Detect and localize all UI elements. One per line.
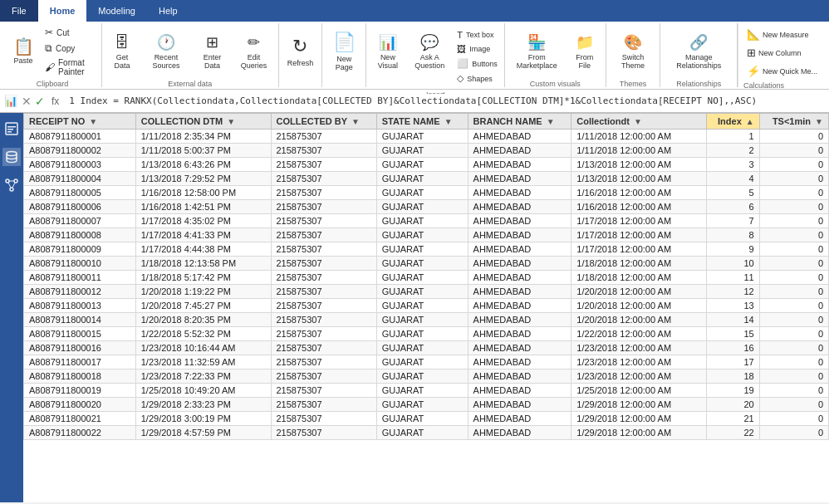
filter-collection-dtm[interactable]: ▼ [227,117,235,126]
tab-modeling[interactable]: Modeling [86,0,147,22]
enter-data-button[interactable]: ⊞ Enter Data [194,25,231,78]
table-cell: 13 [707,299,760,313]
table-cell: AHMEDABAD [468,144,571,158]
table-row: A80879118000101/18/2018 12:13:58 PM21587… [24,257,829,271]
table-cell: GUJARAT [376,341,468,355]
table-cell: GUJARAT [376,130,468,144]
table-cell: AHMEDABAD [468,257,571,271]
filter-branch-name[interactable]: ▼ [547,117,555,126]
table-cell: GUJARAT [376,327,468,341]
bar-chart-icon[interactable]: 📊 [3,94,18,109]
formula-input[interactable]: 1 Index = RANKX(Collectiondata,Collectio… [66,94,826,108]
table-cell: 215875307 [271,398,376,412]
copy-button[interactable]: ⧉ Copy [42,41,98,56]
new-column-button[interactable]: ⊞ New Column [743,45,821,61]
table-row: A80879118000161/23/2018 10:16:44 AM21587… [24,341,829,355]
filter-collectiondt[interactable]: ▼ [634,117,642,126]
table-cell: 1/17/2018 4:41:33 PM [135,228,271,242]
table-cell: GUJARAT [376,426,468,440]
table-cell: AHMEDABAD [468,172,571,186]
filter-state-name[interactable]: ▼ [444,117,453,126]
format-painter-button[interactable]: 🖌 Format Painter [42,56,98,78]
table-cell: 215875307 [271,299,376,313]
clipboard-label: Clipboard [7,80,98,88]
table-cell: 1/29/2018 4:57:59 PM [135,426,271,440]
table-cell: 1/20/2018 7:45:27 PM [135,299,271,313]
new-quick-measure-button[interactable]: ⚡ New Quick Me... [743,63,821,79]
table-cell: AHMEDABAD [468,426,571,440]
buttons-button[interactable]: ⬜ Buttons [454,56,501,71]
new-measure-button[interactable]: 📐 New Measure [743,27,821,42]
table-row: A80879118000091/17/2018 4:44:38 PM215875… [24,242,829,257]
table-cell: 0 [759,412,828,426]
get-data-button[interactable]: 🗄 Get Data [105,25,139,78]
from-marketplace-button[interactable]: 🏪 From Marketplace [508,25,566,78]
refresh-group: ↻ Refresh [279,23,323,87]
buttons-icon: ⬜ [457,58,468,69]
accept-formula-button[interactable]: ✓ [35,95,45,108]
table-cell: 1/13/2018 12:00:00 AM [571,158,707,172]
table-cell: GUJARAT [376,299,468,313]
switch-theme-button[interactable]: 🎨 Switch Theme [610,25,657,78]
recent-sources-button[interactable]: 🕐 Recent Sources [140,25,192,78]
edit-queries-button[interactable]: ✏ Edit Queries [233,25,275,78]
new-visual-button[interactable]: 📊 New Visual [370,25,405,78]
table-cell: 0 [759,341,828,355]
col-ts1min[interactable]: TS<1min ▼ [759,114,828,130]
filter-ts1min[interactable]: ▼ [815,117,823,126]
col-collectiondt[interactable]: Collectiondt ▼ [571,114,707,130]
table-cell: 8 [707,228,760,242]
col-collected-by[interactable]: COLLECTED BY ▼ [271,114,376,130]
tab-help[interactable]: Help [147,0,189,22]
table-row: A80879118000171/23/2018 11:32:59 AM21587… [24,355,829,369]
edit-queries-icon: ✏ [248,33,260,51]
filter-index[interactable]: ▲ [746,117,754,126]
table-cell: 1/29/2018 2:33:23 PM [135,398,271,412]
sidebar-model-icon[interactable] [2,176,21,194]
table-cell: 215875307 [271,186,376,200]
custom-visuals-label: Custom visuals [508,80,602,88]
table-cell: AHMEDABAD [468,214,571,228]
table-cell: 0 [759,355,828,369]
cut-button[interactable]: ✂ Cut [42,25,98,40]
table-row: A80879118000051/16/2018 12:58:00 PM21587… [24,186,829,200]
table-cell: 1/16/2018 12:58:00 PM [135,186,271,200]
table-cell: 1/20/2018 12:00:00 AM [571,313,707,327]
table-cell: 0 [759,228,828,242]
table-cell: 1/16/2018 12:00:00 AM [571,200,707,214]
table-row: A80879118000061/16/2018 1:42:51 PM215875… [24,200,829,214]
text-box-button[interactable]: T Text box [454,28,501,42]
col-state-name[interactable]: STATE NAME ▼ [376,114,468,130]
tab-home[interactable]: Home [38,0,87,22]
table-cell: 2 [707,144,760,158]
table-cell: A8087911800010 [24,257,136,271]
col-receipt-no[interactable]: RECEIPT NO ▼ [24,114,136,130]
table-cell: 22 [707,426,760,440]
table-cell: A8087911800005 [24,186,136,200]
paste-button[interactable]: 📋 Paste [7,25,40,78]
image-button[interactable]: 🖼 Image [454,42,501,56]
from-file-button[interactable]: 📁 From File [567,25,602,78]
table-cell: 6 [707,200,760,214]
refresh-button[interactable]: ↻ Refresh [282,25,319,78]
manage-relationships-button[interactable]: 🔗 Manage Relationships [664,25,733,78]
shapes-button[interactable]: ◇ Shapes [454,71,501,86]
col-index[interactable]: Index ▲ [707,114,760,130]
sidebar-data-icon[interactable] [2,148,21,166]
ask-question-button[interactable]: 💬 Ask A Question [407,25,452,78]
filter-receipt-no[interactable]: ▼ [89,117,97,126]
table-cell: 1/23/2018 7:22:33 PM [135,369,271,384]
table-cell: 1/18/2018 12:13:58 PM [135,257,271,271]
calculations-label: Calculations [743,81,821,90]
table-cell: A8087911800009 [24,242,136,257]
table-cell: 215875307 [271,242,376,257]
col-branch-name[interactable]: BRANCH NAME ▼ [468,114,571,130]
table-cell: A8087911800011 [24,271,136,285]
filter-collected-by[interactable]: ▼ [351,117,360,126]
new-page-button[interactable]: 📄 New Page [326,25,362,78]
cancel-formula-button[interactable]: ✕ [22,95,32,108]
col-collection-dtm[interactable]: COLLECTION DTM ▼ [135,114,271,130]
ribbon-tabs: File Home Modeling Help [0,0,829,22]
tab-file[interactable]: File [0,0,38,22]
sidebar-report-icon[interactable] [2,120,21,138]
